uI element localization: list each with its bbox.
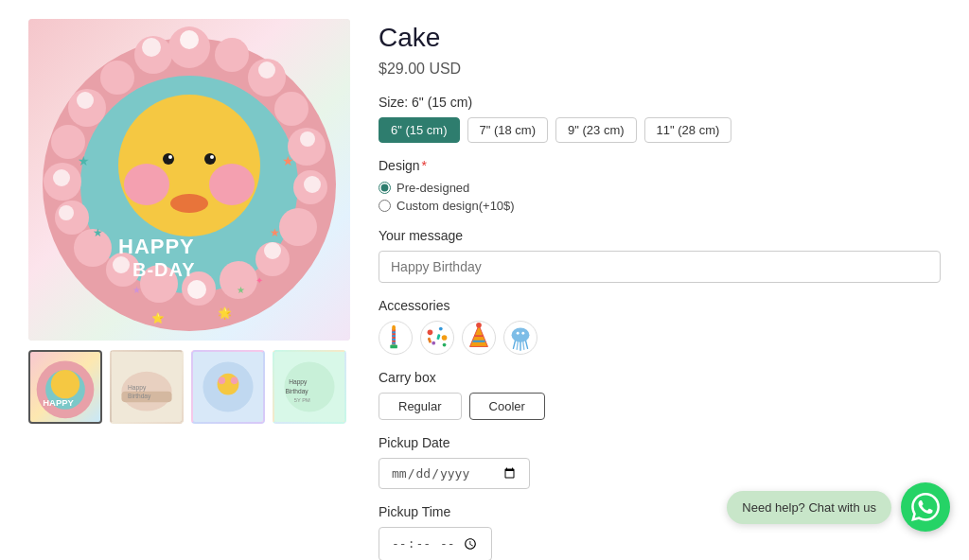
accessory-candles[interactable] [379,321,413,355]
whatsapp-icon [911,493,940,521]
svg-rect-73 [392,335,396,337]
svg-text:★: ★ [132,285,141,295]
design-label: Design * [379,158,941,173]
svg-text:Happy: Happy [289,378,308,386]
svg-text:HAPPY: HAPPY [118,235,195,258]
svg-text:⭐: ⭐ [151,311,165,324]
svg-point-19 [100,61,134,95]
svg-text:🌟: 🌟 [218,306,232,320]
svg-point-53 [51,370,79,398]
svg-point-36 [163,153,174,165]
chat-bubble: Need help? Chat with us [727,491,891,524]
svg-rect-75 [392,342,396,344]
svg-text:HAPPY: HAPPY [43,397,74,408]
svg-point-81 [432,341,435,345]
accessory-jellyfish[interactable] [503,321,537,355]
svg-point-28 [59,205,74,220]
svg-point-79 [439,327,443,331]
svg-point-90 [512,328,530,342]
size-btn-7[interactable]: 7" (18 cm) [467,117,549,143]
svg-line-94 [523,342,524,350]
svg-rect-74 [392,339,396,341]
svg-line-92 [517,342,518,350]
size-label: Size: 6" (15 cm) [379,95,941,110]
svg-rect-77 [390,345,397,349]
svg-point-35 [170,194,208,213]
thumbnail-3[interactable] [191,350,265,424]
svg-point-22 [258,61,275,79]
accessory-party-hat[interactable] [462,321,496,355]
chat-widget: Need help? Chat with us [727,482,950,532]
svg-text:Birthday: Birthday [285,388,308,395]
thumbnail-1[interactable]: HAPPY [28,350,102,424]
svg-point-62 [218,374,239,395]
svg-point-96 [517,332,520,335]
accessories-section: Accessories [379,298,941,355]
svg-point-39 [210,155,214,159]
message-label: Your message [379,228,941,243]
accessories-label: Accessories [379,298,941,313]
svg-text:★: ★ [270,226,280,239]
svg-point-5 [274,92,308,126]
accessories-row [379,321,941,355]
thumbnail-4[interactable]: Happy Birthday 5Y PM [273,350,346,424]
thumbnails-row: HAPPY Happy Birthday [28,350,350,424]
svg-point-76 [392,325,396,331]
size-btn-9[interactable]: 9" (23 cm) [555,117,637,143]
carry-btn-cooler[interactable]: Cooler [469,393,545,420]
svg-point-24 [304,176,321,193]
carry-box-section: Carry box Regular Cooler [379,370,941,420]
product-price: $29.00 USD [379,61,941,78]
message-section: Your message [379,228,941,283]
svg-point-31 [142,38,161,57]
svg-point-34 [209,164,255,205]
size-options: 6" (15 cm) 7" (18 cm) 9" (23 cm) 11" (28… [379,117,941,143]
svg-point-3 [215,38,249,72]
pickup-date-input[interactable] [379,458,530,489]
svg-rect-72 [392,331,396,333]
pickup-date-section: Pickup Date [379,435,941,489]
cake-illustration: HAPPY B-DAY ★ ★ ★ ★ ★ ★ 🌟 ⭐ ✦ [28,19,350,341]
svg-point-97 [521,332,524,335]
svg-point-89 [476,323,482,328]
svg-point-33 [124,164,169,205]
svg-point-8 [279,208,317,246]
svg-point-38 [168,155,172,159]
pickup-date-label: Pickup Date [379,435,941,450]
design-custom[interactable]: Custom design(+10$) [379,199,941,213]
svg-text:★: ★ [282,153,294,168]
svg-point-63 [219,377,226,385]
svg-point-30 [77,92,94,109]
svg-point-27 [113,256,130,273]
svg-rect-84 [436,334,440,340]
carry-btn-regular[interactable]: Regular [379,393,462,420]
carry-box-label: Carry box [379,370,941,385]
design-predesigned[interactable]: Pre-designed [379,181,941,195]
accessory-confetti[interactable] [420,321,454,355]
svg-point-80 [442,335,448,341]
svg-point-26 [187,280,206,299]
size-btn-6[interactable]: 6" (15 cm) [379,117,460,143]
svg-point-21 [180,30,199,49]
svg-text:5Y PM: 5Y PM [294,397,310,403]
svg-point-78 [428,330,433,336]
message-input[interactable] [379,251,941,283]
svg-point-23 [300,131,315,147]
page-container: HAPPY B-DAY ★ ★ ★ ★ ★ ★ 🌟 ⭐ ✦ [0,0,969,560]
right-column: Cake $29.00 USD Size: 6" (15 cm) 6" (15 … [379,19,941,560]
size-btn-11[interactable]: 11" (28 cm) [644,117,732,143]
product-title: Cake [379,23,941,53]
radio-custom[interactable] [379,200,391,212]
thumbnail-2[interactable]: Happy Birthday [110,350,184,424]
svg-line-91 [513,341,515,349]
radio-predesigned[interactable] [379,182,391,194]
svg-text:★: ★ [237,285,245,295]
svg-rect-83 [428,338,432,343]
left-column: HAPPY B-DAY ★ ★ ★ ★ ★ ★ 🌟 ⭐ ✦ [28,19,350,560]
pickup-time-input[interactable] [379,527,492,560]
svg-point-82 [443,343,447,347]
chat-whatsapp-button[interactable] [901,482,950,532]
svg-point-37 [204,153,216,165]
required-star: * [422,158,427,173]
svg-text:★: ★ [78,153,90,168]
